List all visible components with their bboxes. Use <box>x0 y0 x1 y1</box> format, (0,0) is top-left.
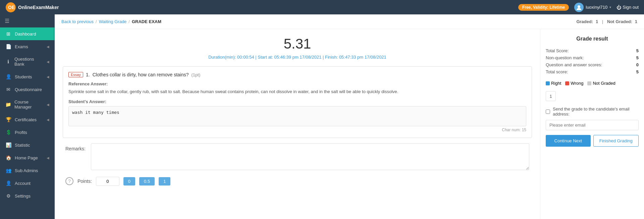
char-num-value: 15 <box>522 128 526 132</box>
sidebar-item-certificates[interactable]: 🏆 Certificates ◀ <box>0 113 55 126</box>
graded-info: Graded: 1 | Not Graded: 1 <box>576 19 637 24</box>
essay-badge: Essay <box>68 72 83 77</box>
account-icon: 👤 <box>5 180 11 186</box>
sidebar-item-label: Account <box>15 181 31 186</box>
grade-panel: Grade result Total Score: 5 Non-question… <box>540 29 644 219</box>
non-question-mark-value: 5 <box>636 55 639 60</box>
q-num-label: 1 <box>549 94 552 99</box>
logo: OE OnlineExamMaker <box>5 2 59 13</box>
question-answer-scores-value: 0 <box>636 62 639 67</box>
ref-answer-label: Reference Answer: <box>68 81 526 86</box>
course-manager-icon: 📁 <box>5 102 11 107</box>
hamburger-icon[interactable]: ☰ <box>0 14 55 27</box>
sidebar-item-label: Certificates <box>15 117 37 122</box>
score-number: 5.31 <box>63 36 532 52</box>
sidebar-item-course-manager[interactable]: 📁 Course Manager ◀ <box>0 96 55 113</box>
not-graded-count: 1 <box>635 19 637 24</box>
exam-meta: Duration(min): 00:00:54 | Start at: 05:4… <box>63 55 532 60</box>
questionnaire-icon: ✉ <box>5 87 11 92</box>
svg-point-2 <box>578 5 580 8</box>
sidebar-item-label: Home Page <box>15 155 38 160</box>
sidebar-item-label: Questionnaire <box>15 87 42 92</box>
waiting-grade-link[interactable]: Waiting Grade <box>99 19 127 24</box>
help-icon[interactable]: ? <box>65 177 73 185</box>
not-graded-label: Not Graded <box>593 81 615 86</box>
svg-text:OE: OE <box>8 5 15 10</box>
char-num: Char num: 15 <box>68 128 526 132</box>
sidebar-item-label: Profits <box>15 130 27 135</box>
point-btn-0[interactable]: 0 <box>123 177 135 186</box>
separator-2: / <box>128 19 130 24</box>
student-answer-label: Student's Answer: <box>68 99 526 104</box>
free-badge: Free, Validity: Lifetime <box>518 4 569 11</box>
chevron-icon: ◀ <box>47 103 49 106</box>
sidebar-item-students[interactable]: 👤 Students ◀ <box>0 70 55 83</box>
non-question-mark-label: Non-question mark: <box>546 55 584 60</box>
question-answer-scores-row: Question and answer scores: 0 <box>546 61 639 68</box>
legend-right: Right <box>546 81 561 86</box>
point-btn-half[interactable]: 0.5 <box>139 177 155 186</box>
breadcrumb: Back to previous / Waiting Grade / GRADE… <box>61 19 161 24</box>
sidebar-item-label: Course Manager <box>14 99 43 110</box>
wrong-label: Wrong <box>571 81 583 86</box>
total-score-value: 5 <box>636 48 639 53</box>
question-title: Essay 1. Clothes collar is dirty, how ca… <box>68 72 526 77</box>
question-text: Clothes collar is dirty, how can remove … <box>93 72 189 77</box>
email-check-row: Send the grade to the candidate's email … <box>546 106 639 117</box>
points-input[interactable] <box>96 177 119 186</box>
total-score-label-2: Total score: <box>546 69 568 74</box>
legend-wrong: Wrong <box>565 81 583 86</box>
chevron-icon: ◀ <box>47 75 49 79</box>
separator-1: / <box>96 19 97 24</box>
content-area: Back to previous / Waiting Grade / GRADE… <box>55 14 644 219</box>
email-input[interactable] <box>546 120 639 130</box>
sidebar-item-home-page[interactable]: 🏠 Home Page ◀ <box>0 151 55 164</box>
sidebar-item-statistic[interactable]: 📊 Statistic <box>0 139 55 151</box>
username-label: luoxinyi710 <box>586 5 607 10</box>
statistic-icon: 📊 <box>5 142 11 148</box>
remarks-textarea[interactable] <box>91 143 529 170</box>
question-block: Essay 1. Clothes collar is dirty, how ca… <box>63 66 532 138</box>
chevron-icon: ◀ <box>47 45 49 49</box>
sidebar-item-exams[interactable]: 📄 Exams ◀ <box>0 40 55 53</box>
sidebar-item-dashboard[interactable]: ⊞ Dashboard <box>0 27 55 40</box>
not-graded-dot <box>587 81 591 85</box>
ref-answer-text: Sprinkle some salt in the collar, gently… <box>68 88 526 95</box>
sidebar-item-label: Sub Admins <box>15 168 38 173</box>
back-link[interactable]: Back to previous <box>61 19 94 24</box>
signout-button[interactable]: ⏻ Sign out <box>616 5 639 10</box>
sidebar-item-profits[interactable]: 💲 Profits <box>0 126 55 139</box>
sidebar-item-sub-admins[interactable]: 👥 Sub Admins <box>0 164 55 177</box>
finished-grading-button[interactable]: Finished Grading <box>593 135 639 147</box>
right-label: Right <box>551 81 561 86</box>
main-layout: ☰ ⊞ Dashboard 📄 Exams ◀ ℹ Questions Bank… <box>0 14 644 219</box>
separator-pipe: | <box>602 19 603 24</box>
graded-label: Graded: <box>576 19 593 24</box>
sidebar-item-settings[interactable]: ⚙ Settings <box>0 190 55 202</box>
sidebar-item-label: Statistic <box>15 143 30 148</box>
help-symbol: ? <box>68 178 71 184</box>
question-num-1[interactable]: 1 <box>546 91 556 101</box>
student-answer-box: wash it many times <box>68 106 526 126</box>
question-nums: 1 <box>546 91 639 101</box>
wrong-dot <box>565 81 569 85</box>
sidebar-item-label: Exams <box>15 44 28 49</box>
remarks-row: Remarks: <box>63 143 532 170</box>
continue-next-button[interactable]: Continue Next <box>546 135 591 147</box>
chevron-icon: ◀ <box>47 60 49 64</box>
sidebar-item-questionnaire[interactable]: ✉ Questionnaire <box>0 83 55 96</box>
sidebar-item-account[interactable]: 👤 Account <box>0 177 55 190</box>
grade-panel-title: Grade result <box>546 36 639 42</box>
sub-admins-icon: 👥 <box>5 168 11 173</box>
sidebar-item-label: Questions Bank <box>14 57 43 67</box>
sidebar-item-questions-bank[interactable]: ℹ Questions Bank ◀ <box>0 53 55 70</box>
score-table: Total Score: 5 Non-question mark: 5 Ques… <box>546 47 639 75</box>
exam-score: 5.31 <box>63 36 532 52</box>
point-btn-1[interactable]: 1 <box>159 177 170 186</box>
power-icon: ⏻ <box>616 5 621 10</box>
logo-text: OnlineExamMaker <box>18 5 59 10</box>
send-email-checkbox[interactable] <box>546 110 550 114</box>
user-menu[interactable]: luoxinyi710 ▾ <box>574 3 611 12</box>
current-page-label: GRADE EXAM <box>132 19 161 24</box>
certificates-icon: 🏆 <box>5 117 11 122</box>
